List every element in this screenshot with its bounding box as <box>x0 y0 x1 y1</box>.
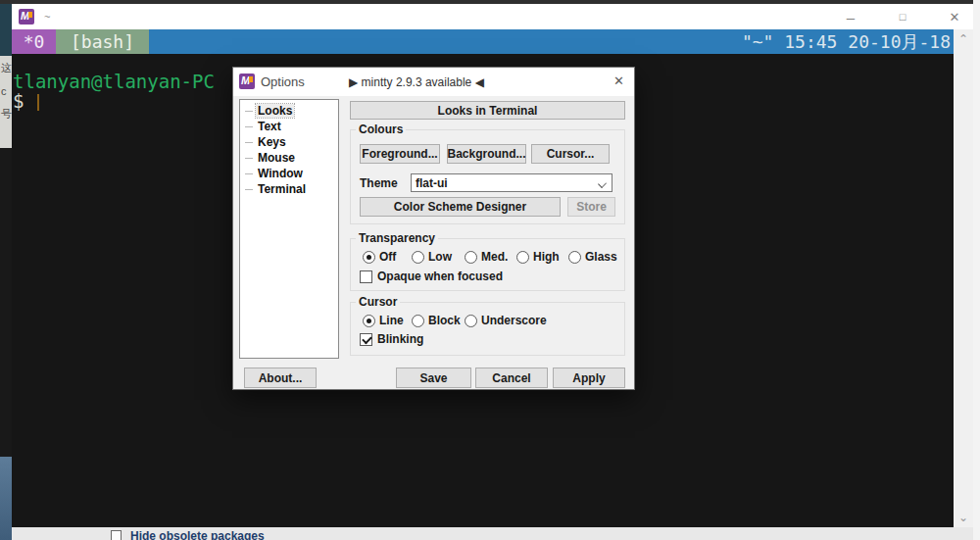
tree-item-mouse[interactable]: Mouse <box>245 150 338 166</box>
terminal-scrollbar[interactable]: ⌃ ⌄ <box>954 29 973 527</box>
background-glyph: 这 <box>1 61 12 75</box>
background-wallpaper <box>0 457 12 540</box>
theme-label: Theme <box>360 176 398 190</box>
options-dialog-titlebar[interactable]: M Options ▶ mintty 2.9.3 available ◀ ✕ <box>233 68 634 96</box>
store-button[interactable]: Store <box>567 197 615 217</box>
mintty-icon: M <box>239 74 255 89</box>
tree-twig <box>245 158 253 159</box>
prompt-user-host: tlanyan@tlanyan-PC <box>13 72 215 91</box>
radio-icon <box>363 315 375 327</box>
tree-twig <box>245 142 253 143</box>
tree-twig <box>245 173 253 174</box>
tmux-status-bar: *0 [bash] "~" 15:45 20-10月-18 <box>12 29 954 54</box>
scroll-up-icon[interactable]: ⌃ <box>954 31 973 47</box>
cancel-button[interactable]: Cancel <box>475 368 548 388</box>
color-scheme-designer-button[interactable]: Color Scheme Designer <box>360 197 561 217</box>
cursor-group-label: Cursor <box>356 295 400 309</box>
background-checkbox-label: Hide obsolete packages <box>130 529 265 540</box>
blinking-checkbox[interactable]: Blinking <box>360 332 423 346</box>
looks-in-terminal-button[interactable]: Looks in Terminal <box>350 101 625 120</box>
terminal-cursor <box>37 94 39 111</box>
radio-icon <box>465 315 477 327</box>
radio-label: Line <box>379 314 404 327</box>
radio-transparency-glass[interactable]: Glass <box>568 250 617 264</box>
tree-twig <box>245 126 253 127</box>
transparency-group-label: Transparency <box>356 231 438 245</box>
tree-item-keys[interactable]: Keys <box>245 134 338 150</box>
colours-group-label: Colours <box>356 123 406 136</box>
radio-label: Off <box>379 250 396 264</box>
tree-twig <box>245 189 253 190</box>
mintty-icon: M <box>19 9 34 25</box>
maximize-button[interactable]: □ <box>887 4 918 29</box>
radio-label: Low <box>428 250 452 264</box>
save-button[interactable]: Save <box>396 368 471 388</box>
checkbox-label: Opaque when focused <box>377 270 503 283</box>
tmux-session-badge: *0 <box>12 29 56 54</box>
theme-dropdown[interactable]: flat-ui <box>411 173 612 192</box>
tree-item-text[interactable]: Text <box>245 119 338 134</box>
apply-button[interactable]: Apply <box>553 368 625 388</box>
radio-label: Med. <box>481 250 508 264</box>
chevron-down-icon <box>598 179 607 188</box>
tree-item-label: Text <box>256 120 283 133</box>
radio-label: High <box>533 250 560 264</box>
radio-cursor-underscore[interactable]: Underscore <box>465 314 547 327</box>
radio-icon <box>412 315 424 327</box>
tree-item-label: Terminal <box>256 182 308 196</box>
options-dialog: M Options ▶ mintty 2.9.3 available ◀ ✕ L… <box>232 67 635 390</box>
tree-item-label: Mouse <box>256 151 297 165</box>
about-button[interactable]: About... <box>244 368 317 388</box>
cursor-group: Cursor Line Block Underscore Blinking <box>350 302 625 356</box>
radio-label: Underscore <box>481 314 547 327</box>
tree-item-looks[interactable]: Looks <box>245 103 338 119</box>
minimize-button[interactable]: – <box>835 4 866 29</box>
background-strip-segment <box>0 4 12 56</box>
tmux-window-badge: [bash] <box>56 29 149 54</box>
background-checkbox <box>111 530 122 540</box>
close-button[interactable]: ✕ <box>939 4 970 29</box>
mintty-icon-accent <box>28 12 32 18</box>
foreground-button[interactable]: Foreground... <box>360 144 440 164</box>
background-strip-segment: 这 c 号 <box>0 56 12 148</box>
radio-transparency-off[interactable]: Off <box>363 250 412 264</box>
background-strip-segment <box>0 148 12 457</box>
checkbox-label: Blinking <box>377 332 423 346</box>
background-right-strip <box>973 0 980 540</box>
radio-icon <box>412 251 424 264</box>
background-left-strip: 这 c 号 <box>0 4 12 540</box>
tree-item-label: Window <box>256 167 305 180</box>
transparency-radio-row: Off Low Med. High Glass <box>363 250 617 264</box>
radio-icon <box>465 251 477 264</box>
terminal-window-title: ~ <box>44 11 50 23</box>
dialog-close-icon[interactable]: ✕ <box>613 74 624 88</box>
transparency-group: Transparency Off Low Med. High <box>350 238 625 291</box>
tmux-right-status: "~" 15:45 20-10月-18 <box>742 29 951 54</box>
background-glyph: c <box>1 85 7 97</box>
dialog-update-notice[interactable]: ▶ mintty 2.9.3 available ◀ <box>349 75 484 89</box>
radio-icon <box>516 251 529 264</box>
tree-item-terminal[interactable]: Terminal <box>245 181 338 197</box>
scroll-down-icon[interactable]: ⌄ <box>954 510 973 525</box>
cursor-radio-row: Line Block Underscore <box>363 314 547 327</box>
radio-transparency-high[interactable]: High <box>516 250 568 264</box>
terminal-titlebar[interactable]: M ~ – □ ✕ <box>12 4 973 29</box>
opaque-when-focused-checkbox[interactable]: Opaque when focused <box>360 270 503 283</box>
background-button[interactable]: Background... <box>447 144 526 164</box>
radio-icon <box>363 251 375 264</box>
radio-cursor-block[interactable]: Block <box>412 314 465 327</box>
radio-transparency-low[interactable]: Low <box>412 250 465 264</box>
radio-label: Block <box>428 314 461 327</box>
checkbox-icon <box>360 270 372 283</box>
radio-cursor-line[interactable]: Line <box>363 314 412 327</box>
dialog-title: Options <box>261 74 305 89</box>
options-category-tree: Looks Text Keys Mouse Window Terminal <box>239 99 339 359</box>
tree-item-window[interactable]: Window <box>245 166 338 181</box>
checkbox-icon <box>360 333 372 346</box>
theme-dropdown-value: flat-ui <box>416 176 448 190</box>
radio-label: Glass <box>585 250 617 264</box>
radio-transparency-med[interactable]: Med. <box>465 250 516 264</box>
cursor-button[interactable]: Cursor... <box>531 144 610 164</box>
tree-item-label: Keys <box>256 135 288 149</box>
tree-twig <box>245 111 253 112</box>
